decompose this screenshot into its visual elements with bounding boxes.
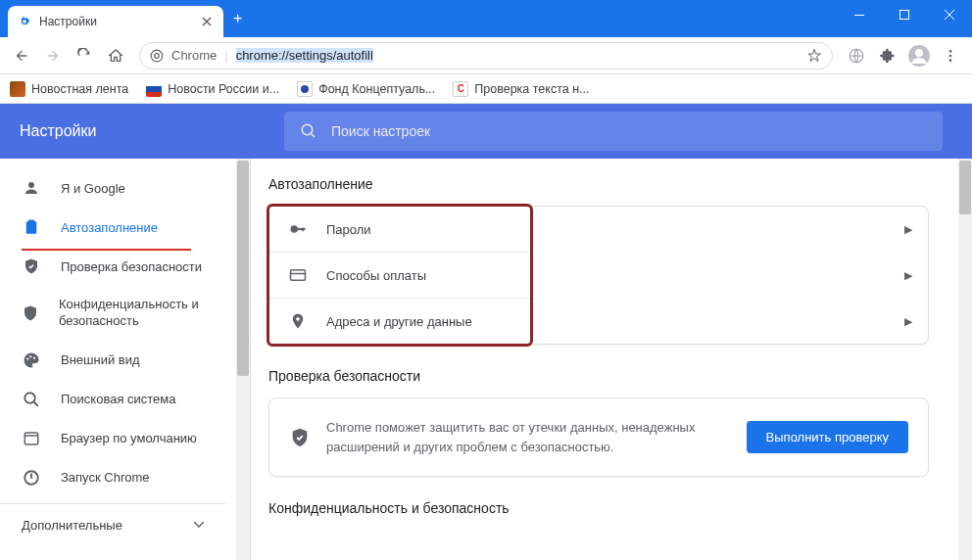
settings-content: Я и Google Автозаполнение Проверка безоп…	[0, 159, 972, 560]
section-title-autofill: Автозаполнение	[268, 176, 948, 192]
back-button[interactable]	[8, 42, 35, 70]
svg-rect-13	[26, 221, 37, 234]
search-icon	[22, 391, 41, 408]
svg-rect-14	[28, 220, 34, 223]
bookmark-item[interactable]: CПроверка текста н...	[453, 81, 589, 97]
bookmark-item[interactable]: Новостная лента	[10, 81, 128, 97]
address-bar[interactable]: Chrome | chrome://settings/autofill	[139, 42, 833, 70]
omnibox-url: chrome://settings/autofill	[236, 48, 799, 63]
chevron-right-icon: ▶	[904, 315, 912, 328]
search-settings-input[interactable]: Поиск настроек	[284, 112, 943, 151]
safety-description: Chrome поможет защитить вас от утечки да…	[326, 418, 731, 456]
window-controls	[837, 0, 972, 29]
home-button[interactable]	[102, 42, 129, 70]
svg-point-12	[28, 182, 34, 188]
shield-check-icon	[289, 427, 311, 448]
sidebar-scrollbar[interactable]	[236, 159, 250, 560]
minimize-button[interactable]	[837, 0, 882, 29]
shield-icon	[22, 304, 39, 322]
bookmarks-bar: Новостная лента Новости России и... Фонд…	[0, 74, 972, 104]
sidebar-item-safety[interactable]: Проверка безопасности	[0, 247, 250, 286]
svg-point-18	[24, 393, 35, 403]
clipboard-icon	[22, 218, 41, 236]
search-icon	[300, 122, 317, 140]
sidebar-item-privacy[interactable]: Конфиденциальность и безопасность	[0, 286, 250, 341]
palette-icon	[22, 351, 41, 369]
bookmark-item[interactable]: Новости России и...	[146, 81, 279, 97]
omnibox-prefix: Chrome	[171, 48, 217, 63]
bookmark-item[interactable]: Фонд Концептуаль...	[297, 81, 435, 97]
run-safety-check-button[interactable]: Выполнить проверку	[747, 421, 908, 453]
main-scrollbar[interactable]	[958, 159, 972, 560]
gear-icon	[18, 15, 31, 28]
forward-button[interactable]	[39, 42, 67, 70]
section-title-privacy: Конфиденциальность и безопасность	[268, 500, 948, 516]
sidebar-advanced[interactable]: Дополнительные	[0, 503, 225, 546]
reload-button[interactable]	[71, 42, 98, 70]
svg-rect-19	[24, 433, 38, 444]
window-titlebar: Настройки +	[0, 0, 972, 37]
svg-point-7	[949, 50, 952, 53]
svg-point-9	[949, 59, 952, 62]
sidebar-item-autofill[interactable]: Автозаполнение	[0, 208, 250, 247]
tab-title: Настройки	[39, 15, 97, 28]
svg-point-6	[915, 49, 923, 57]
chrome-icon	[150, 49, 164, 63]
svg-point-17	[33, 356, 35, 358]
chevron-right-icon: ▶	[904, 223, 912, 236]
chevron-right-icon: ▶	[904, 269, 912, 282]
menu-icon[interactable]	[937, 42, 964, 70]
autofill-payment[interactable]: Способы оплаты ▶	[269, 253, 530, 299]
pin-icon	[289, 312, 307, 330]
close-window-button[interactable]	[927, 0, 972, 29]
bookmark-star-icon[interactable]	[806, 48, 822, 64]
card-icon	[289, 266, 307, 284]
settings-main: Автозаполнение Пароли ▶ Способы оплаты ▶…	[251, 159, 972, 560]
autofill-addresses[interactable]: Адреса и другие данные ▶	[269, 299, 530, 344]
sidebar-item-search[interactable]: Поисковая система	[0, 380, 250, 419]
sidebar-item-default-browser[interactable]: Браузер по умолчанию	[0, 419, 250, 458]
svg-point-8	[949, 54, 952, 57]
maximize-button[interactable]	[882, 0, 927, 29]
section-title-safety: Проверка безопасности	[268, 368, 948, 384]
svg-point-3	[155, 53, 160, 58]
svg-point-16	[29, 355, 31, 357]
svg-point-11	[302, 124, 313, 135]
close-tab-icon[interactable]	[200, 15, 214, 28]
svg-point-10	[301, 85, 309, 93]
shield-check-icon	[22, 257, 41, 275]
power-icon	[22, 469, 41, 487]
svg-rect-0	[854, 15, 864, 16]
autofill-passwords[interactable]: Пароли ▶	[269, 207, 530, 253]
autofill-card: Пароли ▶ Способы оплаты ▶ Адреса и други…	[268, 206, 531, 345]
sidebar-item-appearance[interactable]: Внешний вид	[0, 341, 250, 380]
svg-point-15	[26, 357, 28, 359]
extensions-icon[interactable]	[874, 42, 901, 70]
new-tab-button[interactable]: +	[223, 4, 252, 33]
person-icon	[22, 179, 41, 197]
svg-rect-22	[297, 228, 306, 230]
svg-rect-24	[291, 270, 306, 281]
svg-point-2	[151, 50, 163, 62]
browser-icon	[22, 430, 41, 447]
svg-rect-1	[900, 11, 909, 20]
settings-header: Настройки Поиск настроек	[0, 104, 972, 159]
profile-icon[interactable]	[905, 42, 933, 70]
safety-card: Chrome поможет защитить вас от утечки да…	[268, 397, 929, 477]
svg-rect-23	[303, 228, 305, 232]
translate-icon[interactable]	[843, 42, 870, 70]
svg-point-25	[296, 317, 300, 321]
settings-title: Настройки	[20, 122, 255, 140]
settings-sidebar: Я и Google Автозаполнение Проверка безоп…	[0, 159, 251, 560]
key-icon	[289, 220, 307, 238]
sidebar-item-startup[interactable]: Запуск Chrome	[0, 458, 250, 497]
browser-toolbar: Chrome | chrome://settings/autofill	[0, 37, 972, 74]
browser-tab[interactable]: Настройки	[8, 6, 223, 37]
chevron-down-icon	[194, 522, 204, 528]
sidebar-item-you-and-google[interactable]: Я и Google	[0, 168, 250, 208]
